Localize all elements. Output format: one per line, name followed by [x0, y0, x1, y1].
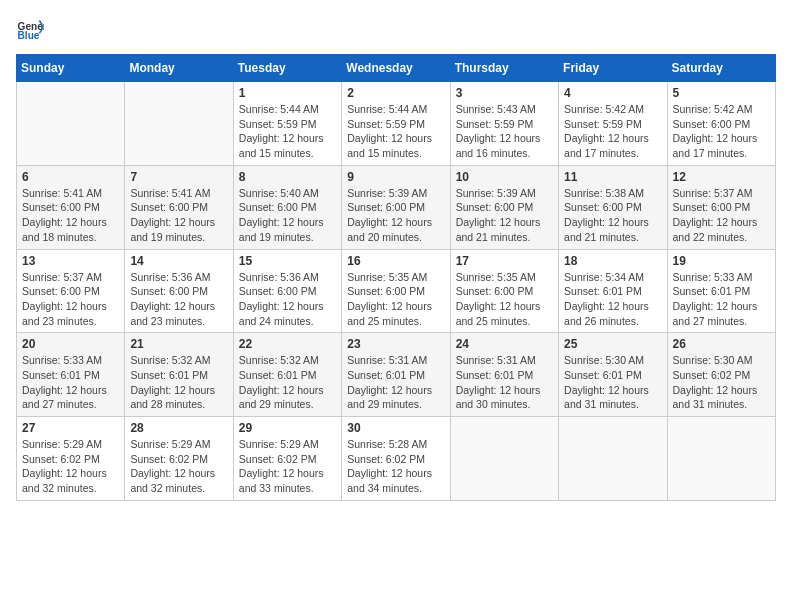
header-row: SundayMondayTuesdayWednesdayThursdayFrid… — [17, 55, 776, 82]
day-info: Sunrise: 5:39 AMSunset: 6:00 PMDaylight:… — [347, 186, 444, 245]
day-cell: 24Sunrise: 5:31 AMSunset: 6:01 PMDayligh… — [450, 333, 558, 417]
day-number: 7 — [130, 170, 227, 184]
day-number: 29 — [239, 421, 336, 435]
day-cell — [17, 82, 125, 166]
day-info: Sunrise: 5:32 AMSunset: 6:01 PMDaylight:… — [130, 353, 227, 412]
day-cell: 9Sunrise: 5:39 AMSunset: 6:00 PMDaylight… — [342, 165, 450, 249]
day-cell — [125, 82, 233, 166]
day-number: 9 — [347, 170, 444, 184]
day-cell — [667, 417, 775, 501]
day-cell: 14Sunrise: 5:36 AMSunset: 6:00 PMDayligh… — [125, 249, 233, 333]
day-info: Sunrise: 5:40 AMSunset: 6:00 PMDaylight:… — [239, 186, 336, 245]
day-cell: 30Sunrise: 5:28 AMSunset: 6:02 PMDayligh… — [342, 417, 450, 501]
day-cell: 23Sunrise: 5:31 AMSunset: 6:01 PMDayligh… — [342, 333, 450, 417]
day-number: 2 — [347, 86, 444, 100]
day-cell: 28Sunrise: 5:29 AMSunset: 6:02 PMDayligh… — [125, 417, 233, 501]
day-info: Sunrise: 5:37 AMSunset: 6:00 PMDaylight:… — [22, 270, 119, 329]
day-number: 4 — [564, 86, 661, 100]
day-cell: 13Sunrise: 5:37 AMSunset: 6:00 PMDayligh… — [17, 249, 125, 333]
day-cell: 11Sunrise: 5:38 AMSunset: 6:00 PMDayligh… — [559, 165, 667, 249]
day-cell: 21Sunrise: 5:32 AMSunset: 6:01 PMDayligh… — [125, 333, 233, 417]
day-cell: 10Sunrise: 5:39 AMSunset: 6:00 PMDayligh… — [450, 165, 558, 249]
day-cell: 1Sunrise: 5:44 AMSunset: 5:59 PMDaylight… — [233, 82, 341, 166]
column-header-thursday: Thursday — [450, 55, 558, 82]
day-number: 23 — [347, 337, 444, 351]
week-row-1: 1Sunrise: 5:44 AMSunset: 5:59 PMDaylight… — [17, 82, 776, 166]
day-number: 19 — [673, 254, 770, 268]
day-cell: 6Sunrise: 5:41 AMSunset: 6:00 PMDaylight… — [17, 165, 125, 249]
svg-text:Blue: Blue — [18, 30, 40, 41]
day-info: Sunrise: 5:43 AMSunset: 5:59 PMDaylight:… — [456, 102, 553, 161]
day-number: 21 — [130, 337, 227, 351]
day-cell: 2Sunrise: 5:44 AMSunset: 5:59 PMDaylight… — [342, 82, 450, 166]
day-cell: 8Sunrise: 5:40 AMSunset: 6:00 PMDaylight… — [233, 165, 341, 249]
day-number: 16 — [347, 254, 444, 268]
day-info: Sunrise: 5:31 AMSunset: 6:01 PMDaylight:… — [456, 353, 553, 412]
day-cell: 4Sunrise: 5:42 AMSunset: 5:59 PMDaylight… — [559, 82, 667, 166]
day-info: Sunrise: 5:42 AMSunset: 5:59 PMDaylight:… — [564, 102, 661, 161]
day-number: 15 — [239, 254, 336, 268]
day-number: 26 — [673, 337, 770, 351]
day-cell: 15Sunrise: 5:36 AMSunset: 6:00 PMDayligh… — [233, 249, 341, 333]
day-info: Sunrise: 5:35 AMSunset: 6:00 PMDaylight:… — [347, 270, 444, 329]
day-cell: 7Sunrise: 5:41 AMSunset: 6:00 PMDaylight… — [125, 165, 233, 249]
day-info: Sunrise: 5:32 AMSunset: 6:01 PMDaylight:… — [239, 353, 336, 412]
day-info: Sunrise: 5:41 AMSunset: 6:00 PMDaylight:… — [130, 186, 227, 245]
day-info: Sunrise: 5:29 AMSunset: 6:02 PMDaylight:… — [130, 437, 227, 496]
day-number: 10 — [456, 170, 553, 184]
column-header-tuesday: Tuesday — [233, 55, 341, 82]
day-info: Sunrise: 5:41 AMSunset: 6:00 PMDaylight:… — [22, 186, 119, 245]
day-cell — [559, 417, 667, 501]
day-number: 12 — [673, 170, 770, 184]
day-number: 14 — [130, 254, 227, 268]
day-cell: 18Sunrise: 5:34 AMSunset: 6:01 PMDayligh… — [559, 249, 667, 333]
logo-icon: General Blue — [16, 16, 44, 44]
column-header-friday: Friday — [559, 55, 667, 82]
week-row-5: 27Sunrise: 5:29 AMSunset: 6:02 PMDayligh… — [17, 417, 776, 501]
day-info: Sunrise: 5:35 AMSunset: 6:00 PMDaylight:… — [456, 270, 553, 329]
day-info: Sunrise: 5:33 AMSunset: 6:01 PMDaylight:… — [22, 353, 119, 412]
week-row-3: 13Sunrise: 5:37 AMSunset: 6:00 PMDayligh… — [17, 249, 776, 333]
day-number: 24 — [456, 337, 553, 351]
day-info: Sunrise: 5:42 AMSunset: 6:00 PMDaylight:… — [673, 102, 770, 161]
day-number: 27 — [22, 421, 119, 435]
day-info: Sunrise: 5:44 AMSunset: 5:59 PMDaylight:… — [239, 102, 336, 161]
day-number: 5 — [673, 86, 770, 100]
day-number: 20 — [22, 337, 119, 351]
day-info: Sunrise: 5:28 AMSunset: 6:02 PMDaylight:… — [347, 437, 444, 496]
day-cell: 20Sunrise: 5:33 AMSunset: 6:01 PMDayligh… — [17, 333, 125, 417]
column-header-monday: Monday — [125, 55, 233, 82]
day-number: 1 — [239, 86, 336, 100]
day-info: Sunrise: 5:44 AMSunset: 5:59 PMDaylight:… — [347, 102, 444, 161]
day-cell: 16Sunrise: 5:35 AMSunset: 6:00 PMDayligh… — [342, 249, 450, 333]
day-info: Sunrise: 5:31 AMSunset: 6:01 PMDaylight:… — [347, 353, 444, 412]
day-cell: 3Sunrise: 5:43 AMSunset: 5:59 PMDaylight… — [450, 82, 558, 166]
day-info: Sunrise: 5:37 AMSunset: 6:00 PMDaylight:… — [673, 186, 770, 245]
day-number: 28 — [130, 421, 227, 435]
day-cell: 17Sunrise: 5:35 AMSunset: 6:00 PMDayligh… — [450, 249, 558, 333]
day-number: 22 — [239, 337, 336, 351]
day-cell: 27Sunrise: 5:29 AMSunset: 6:02 PMDayligh… — [17, 417, 125, 501]
day-cell: 29Sunrise: 5:29 AMSunset: 6:02 PMDayligh… — [233, 417, 341, 501]
day-number: 3 — [456, 86, 553, 100]
day-number: 25 — [564, 337, 661, 351]
day-cell: 22Sunrise: 5:32 AMSunset: 6:01 PMDayligh… — [233, 333, 341, 417]
day-info: Sunrise: 5:34 AMSunset: 6:01 PMDaylight:… — [564, 270, 661, 329]
day-number: 17 — [456, 254, 553, 268]
day-cell: 26Sunrise: 5:30 AMSunset: 6:02 PMDayligh… — [667, 333, 775, 417]
day-number: 13 — [22, 254, 119, 268]
day-info: Sunrise: 5:36 AMSunset: 6:00 PMDaylight:… — [239, 270, 336, 329]
week-row-4: 20Sunrise: 5:33 AMSunset: 6:01 PMDayligh… — [17, 333, 776, 417]
calendar-table: SundayMondayTuesdayWednesdayThursdayFrid… — [16, 54, 776, 501]
day-number: 18 — [564, 254, 661, 268]
day-cell: 25Sunrise: 5:30 AMSunset: 6:01 PMDayligh… — [559, 333, 667, 417]
day-info: Sunrise: 5:29 AMSunset: 6:02 PMDaylight:… — [239, 437, 336, 496]
logo: General Blue — [16, 16, 48, 44]
day-number: 11 — [564, 170, 661, 184]
day-info: Sunrise: 5:30 AMSunset: 6:01 PMDaylight:… — [564, 353, 661, 412]
day-info: Sunrise: 5:36 AMSunset: 6:00 PMDaylight:… — [130, 270, 227, 329]
day-info: Sunrise: 5:38 AMSunset: 6:00 PMDaylight:… — [564, 186, 661, 245]
day-info: Sunrise: 5:30 AMSunset: 6:02 PMDaylight:… — [673, 353, 770, 412]
column-header-wednesday: Wednesday — [342, 55, 450, 82]
day-cell: 19Sunrise: 5:33 AMSunset: 6:01 PMDayligh… — [667, 249, 775, 333]
